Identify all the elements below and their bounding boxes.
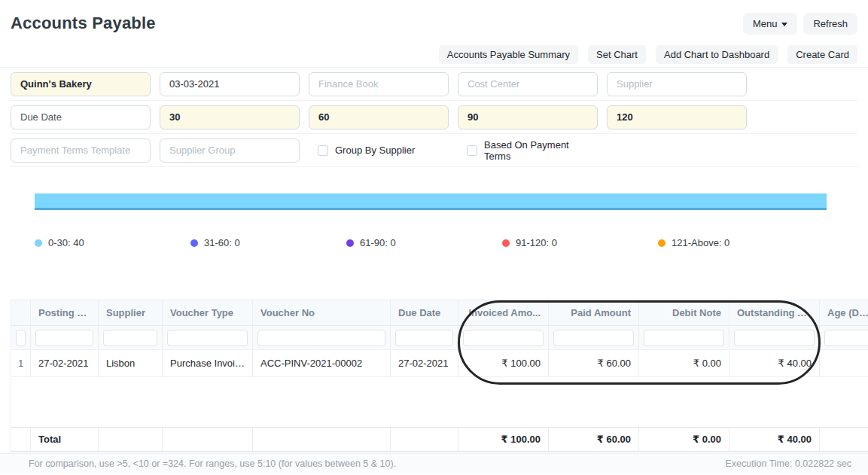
total-cell-voucher-type <box>163 428 253 451</box>
company-filter-input[interactable] <box>11 72 151 96</box>
cell-voucher-no[interactable]: ACC-PINV-2021-00002 <box>253 350 391 376</box>
cell-posting-date: 27-02-2021 <box>31 350 99 376</box>
finance-book-filter-input[interactable] <box>309 72 449 96</box>
column-filter-paid-amount[interactable] <box>553 330 634 346</box>
page-header: Accounts Payable Menu Refresh <box>0 0 868 42</box>
based-on-payment-terms-checkbox[interactable] <box>467 145 477 156</box>
column-filter-posting-date[interactable] <box>35 330 93 346</box>
report-datatable: Posting D... Supplier Voucher Type Vouch… <box>11 300 868 452</box>
set-chart-button[interactable]: Set Chart <box>588 45 646 64</box>
range1-filter-input[interactable] <box>160 105 300 129</box>
cell-supplier[interactable]: Lisbon <box>99 350 163 376</box>
cost-center-filter-input[interactable] <box>458 72 598 96</box>
table-filter-row <box>11 326 868 350</box>
column-header-rownum <box>11 300 31 325</box>
range4-filter-input[interactable] <box>607 105 747 129</box>
menu-button-label: Menu <box>753 18 778 29</box>
ageing-chart: 0-30: 40 31-60: 0 61-90: 0 91-120: 0 121… <box>0 167 868 300</box>
comparison-hint: For comparison, use >5, <10 or =324. For… <box>29 458 396 469</box>
total-cell-age-days <box>820 428 868 451</box>
legend-dot-icon <box>35 239 42 247</box>
column-header-invoiced-amount[interactable]: Invoiced Amo... <box>458 300 549 325</box>
column-filter-due-date[interactable] <box>395 330 453 346</box>
column-header-due-date[interactable]: Due Date <box>391 300 458 325</box>
chart-legend: 0-30: 40 31-60: 0 61-90: 0 91-120: 0 121… <box>35 237 868 248</box>
add-chart-to-dashboard-button[interactable]: Add Chart to Dashboard <box>656 45 778 64</box>
column-header-age-days[interactable]: Age (Da... <box>820 300 868 325</box>
menu-button[interactable]: Menu <box>743 13 798 35</box>
report-date-filter-input[interactable] <box>160 72 300 96</box>
column-header-posting-date[interactable]: Posting D... <box>31 300 99 325</box>
cell-age-days <box>820 350 868 376</box>
column-filter-voucher-type[interactable] <box>167 330 248 346</box>
column-header-debit-note[interactable]: Debit Note <box>639 300 729 325</box>
column-header-voucher-no[interactable]: Voucher No <box>253 300 391 325</box>
execution-time: Execution Time: 0.022822 sec <box>726 458 851 469</box>
cell-outstanding-amount: ₹ 40.00 <box>729 350 820 376</box>
filter-row-1 <box>11 68 857 101</box>
table-header-row: Posting D... Supplier Voucher Type Vouch… <box>11 300 868 326</box>
cell-debit-note: ₹ 0.00 <box>639 350 729 376</box>
cell-voucher-type: Purchase Invoice <box>163 350 253 376</box>
column-header-outstanding-amount[interactable]: Outstanding A... <box>729 300 820 325</box>
legend-label: 91-120: 0 <box>516 237 557 248</box>
chart-bar-0-30[interactable] <box>35 193 827 210</box>
legend-item-61-90: 61-90: 0 <box>346 237 502 248</box>
table-row: 1 27-02-2021 Lisbon Purchase Invoice ACC… <box>11 350 868 377</box>
filters-section: Group By Supplier Based On Payment Terms <box>0 68 868 167</box>
column-filter-age-days[interactable] <box>824 330 868 346</box>
legend-dot-icon <box>346 239 354 247</box>
legend-item-91-120: 91-120: 0 <box>502 237 658 248</box>
filter-row-2 <box>11 101 857 134</box>
range2-filter-input[interactable] <box>309 105 449 129</box>
legend-label: 31-60: 0 <box>204 237 240 248</box>
cell-rownum: 1 <box>11 350 31 376</box>
legend-item-31-60: 31-60: 0 <box>190 237 346 248</box>
legend-dot-icon <box>190 239 198 247</box>
based-on-payment-terms-checkbox-cell: Based On Payment Terms <box>458 139 598 162</box>
column-header-supplier[interactable]: Supplier <box>99 300 163 325</box>
column-filter-invoiced-amount[interactable] <box>463 330 544 346</box>
total-paid-amount: ₹ 60.00 <box>549 428 639 451</box>
total-cell-due-date <box>391 428 458 451</box>
legend-label: 121-Above: 0 <box>672 237 729 248</box>
cell-due-date: 27-02-2021 <box>391 350 458 376</box>
column-filter-debit-note[interactable] <box>644 330 724 346</box>
supplier-group-filter-input[interactable] <box>160 139 300 163</box>
refresh-button[interactable]: Refresh <box>803 13 857 35</box>
total-cell-supplier <box>99 428 163 451</box>
table-total-row: Total ₹ 100.00 ₹ 60.00 ₹ 0.00 ₹ 40.00 <box>11 427 868 452</box>
header-actions: Menu Refresh <box>743 13 857 35</box>
report-toolbar: Accounts Payable Summary Set Chart Add C… <box>0 42 868 68</box>
cell-paid-amount: ₹ 60.00 <box>549 350 639 376</box>
legend-item-0-30: 0-30: 40 <box>35 237 190 248</box>
column-filter-outstanding-amount[interactable] <box>734 330 815 346</box>
ageing-based-on-select[interactable] <box>11 105 151 129</box>
total-outstanding-amount: ₹ 40.00 <box>729 428 820 451</box>
range3-filter-input[interactable] <box>458 105 598 129</box>
supplier-filter-input[interactable] <box>607 72 747 96</box>
group-by-supplier-checkbox-cell: Group By Supplier <box>309 145 449 156</box>
table-empty-area <box>11 377 868 427</box>
create-card-button[interactable]: Create Card <box>787 45 857 64</box>
legend-label: 61-90: 0 <box>360 237 396 248</box>
legend-item-121-above: 121-Above: 0 <box>658 237 814 248</box>
total-debit-note: ₹ 0.00 <box>639 428 729 451</box>
group-by-supplier-label: Group By Supplier <box>335 145 415 156</box>
column-header-paid-amount[interactable]: Paid Amount <box>549 300 639 325</box>
payment-terms-template-filter-input[interactable] <box>11 139 151 163</box>
cell-invoiced-amount: ₹ 100.00 <box>458 350 549 376</box>
column-filter-rownum[interactable] <box>16 330 26 346</box>
legend-label: 0-30: 40 <box>48 237 84 248</box>
chevron-down-icon <box>781 23 787 26</box>
column-filter-voucher-no[interactable] <box>257 330 385 346</box>
group-by-supplier-checkbox[interactable] <box>318 145 328 156</box>
page-title: Accounts Payable <box>11 14 156 33</box>
total-label: Total <box>31 428 99 451</box>
legend-dot-icon <box>502 239 510 247</box>
column-filter-supplier[interactable] <box>103 330 157 346</box>
accounts-payable-summary-button[interactable]: Accounts Payable Summary <box>439 45 578 64</box>
chart-bar-track <box>35 193 827 210</box>
report-footer: For comparison, use >5, <10 or =324. For… <box>0 453 868 473</box>
column-header-voucher-type[interactable]: Voucher Type <box>163 300 253 325</box>
